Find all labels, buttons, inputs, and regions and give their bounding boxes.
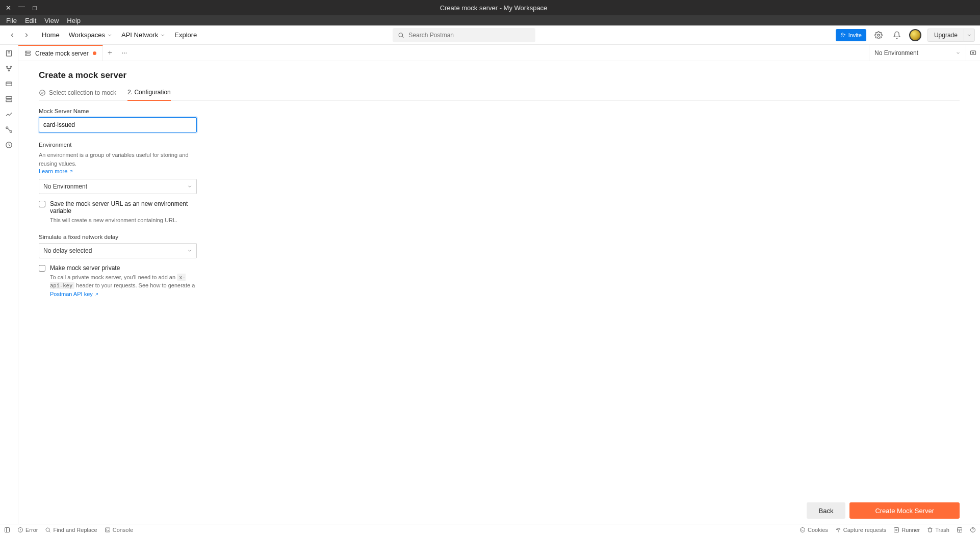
nav-workspaces[interactable]: Workspaces <box>69 31 112 39</box>
status-runner[interactable]: Runner <box>893 527 920 533</box>
environment-selector[interactable]: No Environment <box>869 45 966 61</box>
status-layout[interactable] <box>957 527 963 533</box>
svg-point-29 <box>972 52 974 54</box>
invite-button[interactable]: Invite <box>836 29 866 41</box>
nav-api-network-label: API Network <box>121 31 158 39</box>
svg-line-1 <box>402 36 403 37</box>
invite-label: Invite <box>848 32 862 38</box>
new-tab-button[interactable] <box>103 45 117 61</box>
nav-api-network[interactable]: API Network <box>121 31 165 39</box>
minimize-icon[interactable]: — <box>18 3 24 10</box>
status-console-label: Console <box>113 527 133 533</box>
cookie-icon <box>800 527 806 533</box>
svg-point-5 <box>878 34 880 36</box>
status-trash[interactable]: Trash <box>927 527 949 533</box>
svg-point-40 <box>801 527 805 532</box>
svg-point-21 <box>27 52 27 52</box>
menu-view[interactable]: View <box>41 16 62 25</box>
save-url-label: Save the mock server URL as an new envir… <box>50 200 197 215</box>
postman-api-key-link[interactable]: Postman API key <box>50 290 99 299</box>
menu-file[interactable]: File <box>3 16 20 25</box>
external-link-icon <box>94 292 99 297</box>
step-2-label: 2. Configuration <box>127 89 171 96</box>
flows-icon[interactable] <box>5 125 13 133</box>
nav-items: Home Workspaces API Network Explore <box>42 31 197 39</box>
tab-create-mock-server[interactable]: Create mock server <box>18 45 103 61</box>
gear-icon <box>874 31 883 39</box>
nav-back-button[interactable] <box>7 30 17 40</box>
mock-name-input[interactable] <box>39 117 197 132</box>
upgrade-button[interactable]: Upgrade <box>927 29 964 42</box>
mock-servers-icon[interactable] <box>5 95 13 103</box>
environment-section: Environment An environment is a group of… <box>39 142 197 225</box>
nav-home[interactable]: Home <box>42 31 60 39</box>
delay-label: Simulate a fixed network delay <box>39 234 197 240</box>
environments-icon[interactable] <box>5 79 13 88</box>
collections-icon[interactable] <box>5 49 13 57</box>
status-find-replace[interactable]: Find and Replace <box>45 527 97 533</box>
step-1[interactable]: Select collection to mock <box>39 86 116 100</box>
menubar: File Edit View Help <box>0 15 980 25</box>
unsaved-dot-icon <box>93 51 96 55</box>
private-checkbox[interactable] <box>39 265 45 272</box>
save-url-hint: This will create a new environment conta… <box>50 216 197 225</box>
svg-point-43 <box>802 530 803 531</box>
environment-select-value: No Environment <box>43 183 87 190</box>
private-hint-mid: header to your requests. See how to gene… <box>74 282 195 288</box>
status-error-label: Error <box>25 527 38 533</box>
avatar[interactable] <box>909 29 921 41</box>
status-cookies[interactable]: Cookies <box>800 527 828 533</box>
sidebar <box>0 45 18 524</box>
status-console[interactable]: Console <box>105 527 133 533</box>
svg-point-41 <box>802 529 802 529</box>
mock-name-label: Mock Server Name <box>39 108 197 114</box>
save-url-checkbox[interactable] <box>39 201 45 207</box>
environment-quicklook-button[interactable] <box>966 45 980 61</box>
status-panel-toggle[interactable] <box>4 527 10 533</box>
search-icon <box>45 527 51 533</box>
svg-point-36 <box>46 528 49 531</box>
svg-point-2 <box>841 33 843 35</box>
svg-point-27 <box>125 52 126 54</box>
tab-more-button[interactable] <box>117 45 132 61</box>
navbar-right: Invite Upgrade <box>836 29 975 42</box>
status-runner-label: Runner <box>901 527 920 533</box>
close-icon[interactable]: ✕ <box>5 5 11 11</box>
status-capture-label: Capture requests <box>843 527 886 533</box>
search-input[interactable] <box>408 32 530 39</box>
step-2[interactable]: 2. Configuration <box>127 86 171 101</box>
search-box[interactable] <box>393 28 535 42</box>
learn-more-label: Learn more <box>39 168 67 174</box>
notifications-button[interactable] <box>891 29 903 41</box>
settings-button[interactable] <box>872 29 885 41</box>
monitors-icon[interactable] <box>5 110 13 118</box>
history-icon[interactable] <box>5 141 13 149</box>
create-mock-server-button[interactable]: Create Mock Server <box>849 502 960 519</box>
maximize-icon[interactable]: □ <box>32 5 38 11</box>
status-help[interactable] <box>970 527 976 533</box>
nav-forward-button[interactable] <box>21 30 32 40</box>
nav-explore[interactable]: Explore <box>174 31 197 39</box>
panel-icon <box>4 527 10 533</box>
status-capture[interactable]: Capture requests <box>835 527 886 533</box>
learn-more-link[interactable]: Learn more <box>39 168 73 174</box>
svg-line-37 <box>49 531 50 532</box>
status-error[interactable]: Error <box>17 527 38 533</box>
save-url-row: Save the mock server URL as an new envir… <box>39 200 197 225</box>
menu-help[interactable]: Help <box>64 16 84 25</box>
step-1-label: Select collection to mock <box>49 89 116 96</box>
menu-edit[interactable]: Edit <box>22 16 39 25</box>
postman-api-key-label: Postman API key <box>50 290 93 299</box>
delay-select[interactable]: No delay selected <box>39 243 197 258</box>
svg-rect-38 <box>105 528 110 532</box>
svg-point-10 <box>10 66 12 67</box>
upgrade-dropdown-button[interactable] <box>964 29 975 42</box>
delay-section: Simulate a fixed network delay No delay … <box>39 234 197 299</box>
page-title: Create a mock server <box>39 70 960 81</box>
svg-marker-46 <box>896 529 897 531</box>
environment-select[interactable]: No Environment <box>39 179 197 194</box>
back-button[interactable]: Back <box>807 502 846 519</box>
statusbar: Error Find and Replace Console Cookies C… <box>0 524 980 535</box>
apis-icon[interactable] <box>5 64 13 72</box>
content-inner: Create a mock server Select collection t… <box>18 61 980 495</box>
